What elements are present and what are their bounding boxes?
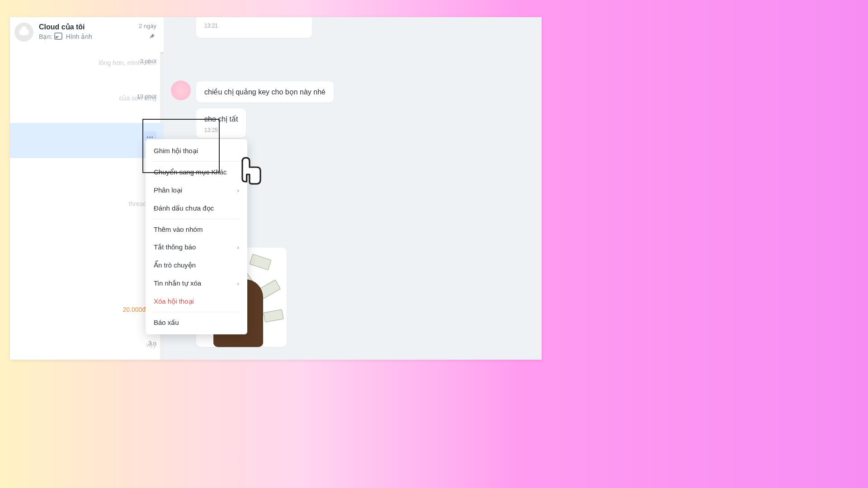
conversation-item[interactable]: 22 xyxy=(10,229,164,264)
menu-mute[interactable]: Tắt thông báo› xyxy=(146,238,247,256)
conversation-item[interactable]: của sơn tùng 13 phút xyxy=(10,88,164,123)
conversation-item[interactable]: threads đi xyxy=(10,193,164,229)
preview-text: Hình ảnh xyxy=(66,33,92,40)
conversation-preview: Bạn: Hình ảnh xyxy=(39,33,156,40)
conversation-time: 3 n xyxy=(148,340,156,347)
conversation-time: 3 phút xyxy=(140,58,156,65)
message-text: chiều chị quảng key cho bọn này nhé xyxy=(204,88,326,96)
menu-pin-conversation[interactable]: Ghim hội thoại xyxy=(146,142,247,160)
message-bubble[interactable]: chiều chị quảng key cho bọn này nhé xyxy=(196,81,334,103)
menu-add-to-group[interactable]: Thêm vào nhóm xyxy=(146,221,247,238)
contact-avatar[interactable] xyxy=(171,80,191,100)
menu-move-to-other[interactable]: Chuyển sang mục Khác xyxy=(146,163,247,181)
image-icon xyxy=(54,33,62,40)
conversation-item[interactable]: vậy 3 n xyxy=(10,334,164,360)
chevron-right-icon: › xyxy=(237,187,239,194)
chevron-right-icon: › xyxy=(237,244,239,251)
menu-report[interactable]: Báo xấu xyxy=(146,314,247,332)
context-menu: Ghim hội thoại Chuyển sang mục Khác Phân… xyxy=(146,139,247,334)
conversation-item[interactable]: 17 xyxy=(10,158,164,193)
conversation-time: 13 phút xyxy=(137,93,156,100)
conversation-item[interactable]: lông hơn, mình c k... 3 phút xyxy=(10,52,164,88)
cloud-avatar-icon xyxy=(14,23,33,42)
message-bubble[interactable]: 13:21 xyxy=(196,17,312,38)
message-bubble[interactable]: cho chị tất 13:25 xyxy=(196,108,246,138)
conversation-time: 2 ngày xyxy=(139,23,156,29)
conversation-sidebar: Cloud của tôi Bạn: Hình ảnh 2 ngày lông … xyxy=(10,17,164,360)
menu-mark-unread[interactable]: Đánh dấu chưa đọc xyxy=(146,199,247,217)
message-text: cho chị tất xyxy=(204,115,238,123)
preview-text: threads đi xyxy=(39,200,156,207)
message-time: 13:21 xyxy=(204,23,304,29)
menu-delete-conversation[interactable]: Xóa hội thoại xyxy=(146,292,247,310)
conversation-item[interactable]: 2 n xyxy=(10,264,164,299)
pin-icon xyxy=(149,33,156,40)
preview-text: vậy xyxy=(39,341,156,348)
conversation-item[interactable]: 20.000đ 3 n xyxy=(10,299,164,334)
menu-hide-chat[interactable]: Ẩn trò chuyện xyxy=(146,256,247,274)
menu-separator xyxy=(152,161,241,162)
you-prefix: Bạn: xyxy=(39,33,52,40)
message-time: 13:25 xyxy=(204,127,238,133)
conversation-item-cloud[interactable]: Cloud của tôi Bạn: Hình ảnh 2 ngày xyxy=(10,17,164,52)
chevron-right-icon: › xyxy=(237,280,239,287)
conversation-item-selected[interactable]: … xyxy=(10,123,164,158)
app-screenshot-panel: Cloud của tôi Bạn: Hình ảnh 2 ngày lông … xyxy=(10,17,542,360)
preview-text: lông hơn, mình c k... xyxy=(39,59,156,66)
menu-separator xyxy=(152,312,241,312)
preview-text: 20.000đ xyxy=(39,306,156,313)
menu-separator xyxy=(152,219,241,219)
menu-auto-delete[interactable]: Tin nhắn tự xóa› xyxy=(146,274,247,292)
cloud-icon xyxy=(19,29,29,35)
menu-category[interactable]: Phân loại› xyxy=(146,181,247,199)
